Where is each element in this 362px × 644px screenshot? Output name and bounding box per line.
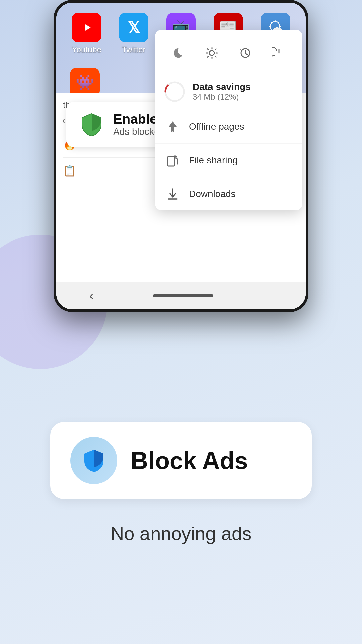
home-indicator[interactable] bbox=[153, 294, 213, 297]
data-savings-info: Data savings 34 Mb (12%) bbox=[193, 82, 251, 102]
svg-point-3 bbox=[209, 51, 214, 55]
youtube-icon bbox=[72, 13, 101, 42]
back-button[interactable]: ‹ bbox=[83, 285, 100, 306]
moon-icon-btn[interactable] bbox=[165, 40, 192, 66]
phone-screen: Youtube 𝕏 Twitter 📺 Twitch 📰 bbox=[56, 3, 306, 309]
data-savings-subtitle: 34 Mb (12%) bbox=[193, 92, 251, 102]
article-icon: 📋 bbox=[63, 164, 76, 177]
file-share-icon bbox=[163, 151, 182, 169]
youtube-label: Youtube bbox=[72, 45, 101, 54]
dropdown-menu: Data savings 34 Mb (12%) Offline pages bbox=[155, 30, 302, 210]
menu-icons-row bbox=[155, 30, 302, 73]
svg-rect-7 bbox=[168, 157, 174, 166]
block-ads-card: Block Ads bbox=[50, 422, 312, 499]
phone-frame: Youtube 𝕏 Twitter 📺 Twitch 📰 bbox=[54, 0, 308, 312]
data-savings-title: Data savings bbox=[193, 82, 251, 92]
airplane-icon bbox=[163, 117, 182, 136]
reddit-icon: 👾 bbox=[70, 68, 100, 97]
offline-pages-item[interactable]: Offline pages bbox=[155, 110, 302, 144]
history-icon-btn[interactable] bbox=[232, 40, 259, 66]
circular-progress bbox=[163, 80, 186, 103]
shield-circle bbox=[70, 437, 117, 484]
block-ads-shield-icon bbox=[80, 447, 107, 474]
twitter-icon: 𝕏 bbox=[119, 13, 148, 42]
phone-nav-bar: ‹ bbox=[56, 282, 306, 309]
app-youtube[interactable]: Youtube bbox=[68, 13, 105, 54]
power-icon-btn[interactable] bbox=[265, 40, 292, 66]
download-icon bbox=[163, 184, 182, 203]
downloads-label: Downloads bbox=[189, 189, 236, 199]
no-ads-tagline: No annoying ads bbox=[111, 523, 251, 544]
file-sharing-item[interactable]: File sharing bbox=[155, 144, 302, 177]
bottom-section: Block Ads No annoying ads bbox=[0, 322, 362, 644]
settings-icon-btn[interactable] bbox=[198, 40, 225, 66]
offline-pages-label: Offline pages bbox=[189, 121, 244, 132]
data-savings-row: Data savings 34 Mb (12%) bbox=[155, 73, 302, 110]
twitter-label: Twitter bbox=[122, 45, 146, 54]
home-screen: Youtube 𝕏 Twitter 📺 Twitch 📰 bbox=[56, 3, 306, 309]
app-twitter[interactable]: 𝕏 Twitter bbox=[115, 13, 152, 54]
downloads-item[interactable]: Downloads bbox=[155, 177, 302, 210]
block-ads-text: Block Ads bbox=[131, 447, 248, 474]
shield-icon-green bbox=[78, 111, 105, 138]
file-sharing-label: File sharing bbox=[189, 155, 238, 166]
